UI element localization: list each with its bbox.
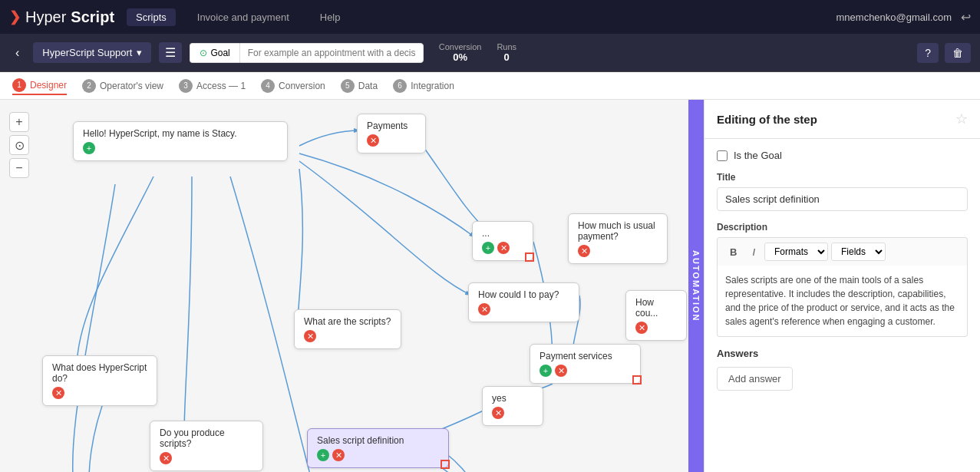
node-add-payment-services[interactable]: + xyxy=(539,365,552,377)
node-corner-payment-services xyxy=(632,375,642,385)
step-label-designer: Designer xyxy=(30,80,67,91)
title-field-input[interactable] xyxy=(717,187,968,211)
node-del-how-pay[interactable]: ✕ xyxy=(478,303,490,315)
flow-node-what-scripts[interactable]: What are the scripts? ✕ xyxy=(294,309,401,349)
node-text-dots: ... xyxy=(482,228,523,239)
step-label-data: Data xyxy=(358,81,378,91)
zoom-out-button[interactable]: − xyxy=(9,158,29,178)
flow-node-what-does[interactable]: What does HyperScript do? ✕ xyxy=(42,355,157,406)
navbar: ❯ HyperScript Scripts Invoice and paymen… xyxy=(0,0,980,34)
flow-node-payment-amount[interactable]: How much is usual payment? ✕ xyxy=(568,213,668,264)
italic-button[interactable]: I xyxy=(746,244,761,260)
step-tab-data[interactable]: 5 Data xyxy=(341,78,378,94)
flow-node-how-col[interactable]: How cou... ✕ xyxy=(625,290,687,341)
goal-checkbox-row: Is the Goal xyxy=(717,150,968,161)
help-icon-button[interactable]: ? xyxy=(917,43,939,63)
node-text-payment-services: Payment services xyxy=(539,351,631,361)
node-actions-hello: + xyxy=(83,142,278,154)
step-tab-integration[interactable]: 6 Integration xyxy=(393,78,454,94)
logout-icon[interactable]: ↩ xyxy=(961,10,971,25)
goal-button[interactable]: ⊙ Goal xyxy=(190,43,239,63)
node-del-sales-script[interactable]: ✕ xyxy=(332,449,345,461)
step-label-conversion: Conversion xyxy=(279,81,325,91)
node-text-payment-amount: How much is usual payment? xyxy=(578,220,658,242)
runs-label: Runs xyxy=(497,42,516,51)
back-button[interactable]: ‹ xyxy=(9,43,25,63)
node-corner-sales-script xyxy=(441,460,450,469)
toolbar-right: ? 🗑 xyxy=(917,43,971,63)
step-tab-operator[interactable]: 2 Operator's view xyxy=(82,78,163,94)
star-button[interactable]: ☆ xyxy=(955,111,968,127)
node-del-payment-amount[interactable]: ✕ xyxy=(578,245,590,257)
panel-header: Editing of the step ☆ xyxy=(704,100,980,139)
step-num-4: 4 xyxy=(261,79,275,93)
node-text-produce-scripts: Do you produce scripts? xyxy=(160,427,253,449)
step-num-6: 6 xyxy=(393,79,407,93)
node-del-yes1[interactable]: ✕ xyxy=(492,407,504,419)
answers-section: Answers Add answer xyxy=(717,348,968,391)
flow-node-sales-script[interactable]: Sales script definition + ✕ xyxy=(307,428,449,468)
node-corner-dots xyxy=(525,253,534,262)
node-text-how-pay: How could I to pay? xyxy=(478,289,569,300)
flow-node-produce-scripts[interactable]: Do you produce scripts? ✕ xyxy=(150,421,263,471)
user-email: mnemchenko@gmail.com xyxy=(836,12,952,23)
bold-button[interactable]: B xyxy=(724,244,743,260)
flow-node-payment-services[interactable]: Payment services + ✕ xyxy=(530,344,641,384)
editor-content[interactable]: Sales scripts are one of the main tools … xyxy=(717,266,968,337)
step-num-3: 3 xyxy=(179,79,193,93)
node-text-yes1: yes xyxy=(492,393,533,404)
nav-tab-help[interactable]: Help xyxy=(311,8,350,26)
node-del-payment-services[interactable]: ✕ xyxy=(555,365,567,377)
flow-node-how-pay[interactable]: How could I to pay? ✕ xyxy=(468,282,579,322)
navbar-right: mnemchenko@gmail.com ↩ xyxy=(836,10,971,25)
step-tab-conversion[interactable]: 4 Conversion xyxy=(261,78,325,94)
brand-icon: ❯ xyxy=(9,8,21,25)
node-add-hello[interactable]: + xyxy=(83,142,95,154)
node-del-what-scripts[interactable]: ✕ xyxy=(304,330,316,342)
flow-node-payments[interactable]: Payments ✕ xyxy=(357,114,426,153)
flow-node-dots[interactable]: ... + ✕ xyxy=(472,221,533,261)
node-del-dots[interactable]: ✕ xyxy=(497,242,510,254)
canvas-area[interactable]: Hello! HyperScript, my name is Stacy. + … xyxy=(0,100,704,472)
node-add-dots[interactable]: + xyxy=(482,242,494,254)
hamburger-button[interactable]: ☰ xyxy=(159,42,182,63)
step-tab-designer[interactable]: 1 Designer xyxy=(12,77,67,95)
is-goal-checkbox[interactable] xyxy=(717,150,728,161)
node-del-produce-scripts[interactable]: ✕ xyxy=(160,452,172,464)
runs-stat: Runs 0 xyxy=(497,42,516,63)
step-label-integration: Integration xyxy=(411,81,454,91)
brand-hyper: Hyper xyxy=(25,8,66,26)
delete-icon-button[interactable]: 🗑 xyxy=(945,43,971,63)
step-tab-access[interactable]: 3 Access — 1 xyxy=(179,78,246,94)
runs-value: 0 xyxy=(504,51,510,63)
nav-tab-invoice[interactable]: Invoice and payment xyxy=(188,8,299,26)
zoom-target-button[interactable]: ⊙ xyxy=(9,135,29,155)
node-del-what-does[interactable]: ✕ xyxy=(52,387,64,399)
automation-label[interactable]: AUTOMATION xyxy=(688,100,704,472)
script-name-label: HyperScript Support xyxy=(42,47,132,58)
node-add-sales-script[interactable]: + xyxy=(317,449,329,461)
nav-tab-scripts[interactable]: Scripts xyxy=(127,8,176,26)
step-num-1: 1 xyxy=(12,78,26,92)
answers-title: Answers xyxy=(717,348,968,359)
node-del-payments[interactable]: ✕ xyxy=(367,134,379,147)
conversion-value: 0% xyxy=(453,51,467,63)
conversion-stat: Conversion 0% xyxy=(439,42,482,63)
right-panel: Editing of the step ☆ Is the Goal Title … xyxy=(704,100,980,472)
node-text-what-does: What does HyperScript do? xyxy=(52,362,147,384)
title-field-label: Title xyxy=(717,172,968,183)
editor-toolbar: B I Formats Fields xyxy=(717,237,968,266)
chevron-down-icon: ▾ xyxy=(137,47,142,58)
main-area: Hello! HyperScript, my name is Stacy. + … xyxy=(0,100,980,472)
script-name-dropdown[interactable]: HyperScript Support ▾ xyxy=(33,42,151,63)
goal-input[interactable] xyxy=(239,43,424,63)
flow-node-hello[interactable]: Hello! HyperScript, my name is Stacy. + xyxy=(73,121,288,161)
zoom-in-button[interactable]: + xyxy=(9,112,29,132)
add-answer-button[interactable]: Add answer xyxy=(717,367,793,391)
fields-dropdown[interactable]: Fields xyxy=(831,243,886,261)
toolbar: ‹ HyperScript Support ▾ ☰ ⊙ Goal Convers… xyxy=(0,34,980,72)
formats-dropdown[interactable]: Formats xyxy=(764,243,828,261)
node-text-hello: Hello! HyperScript, my name is Stacy. xyxy=(83,128,278,139)
node-del-how-col[interactable]: ✕ xyxy=(635,322,648,334)
flow-node-yes1[interactable]: yes ✕ xyxy=(482,386,543,426)
